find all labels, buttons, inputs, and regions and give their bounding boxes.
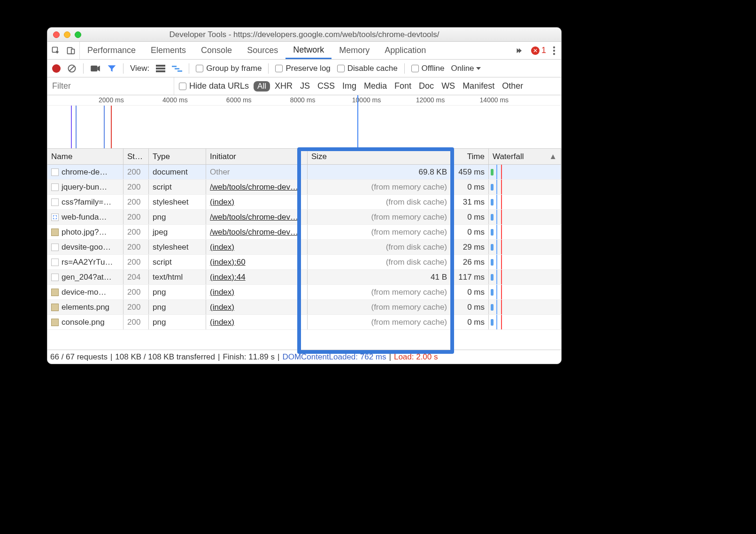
waterfall-view-icon[interactable] bbox=[172, 65, 182, 72]
initiator-link[interactable]: /web/tools/chrome-dev… bbox=[210, 213, 298, 222]
file-icon bbox=[51, 168, 59, 176]
file-icon bbox=[51, 244, 59, 251]
tab-memory[interactable]: Memory bbox=[332, 46, 377, 55]
initiator-link[interactable]: (index) bbox=[210, 303, 234, 312]
filter-type-all[interactable]: All bbox=[254, 81, 270, 92]
more-tabs-icon[interactable] bbox=[516, 46, 525, 55]
svg-point-3 bbox=[553, 46, 555, 48]
tab-application[interactable]: Application bbox=[377, 46, 433, 55]
svg-rect-10 bbox=[156, 70, 165, 72]
initiator-link[interactable]: (index) bbox=[210, 198, 234, 207]
timeline-marker[interactable] bbox=[357, 95, 358, 148]
filter-type-font[interactable]: Font bbox=[394, 81, 411, 91]
clear-icon[interactable] bbox=[67, 64, 77, 73]
col-initiator[interactable]: Initiator bbox=[206, 149, 308, 164]
table-row[interactable]: photo.jpg?…200jpeg/web/tools/chrome-dev…… bbox=[47, 225, 561, 240]
table-row[interactable]: web-funda…200png/web/tools/chrome-dev…(f… bbox=[47, 210, 561, 225]
table-row[interactable]: rs=AA2YrTu…200script(index):60(from disk… bbox=[47, 255, 561, 270]
initiator-link[interactable]: (index) bbox=[210, 288, 234, 297]
offline-checkbox[interactable]: Offline bbox=[411, 64, 445, 73]
window-title: Developer Tools - https://developers.goo… bbox=[47, 30, 561, 39]
filter-input[interactable] bbox=[47, 77, 174, 95]
tab-elements[interactable]: Elements bbox=[143, 46, 193, 55]
tab-console[interactable]: Console bbox=[193, 46, 239, 55]
filter-type-doc[interactable]: Doc bbox=[419, 81, 434, 91]
filter-type-other[interactable]: Other bbox=[502, 81, 523, 91]
close-icon[interactable] bbox=[53, 31, 60, 38]
table-row[interactable]: css?family=…200stylesheet(index)(from di… bbox=[47, 195, 561, 210]
initiator-link[interactable]: (index):44 bbox=[210, 273, 246, 282]
filter-type-js[interactable]: JS bbox=[300, 81, 310, 91]
table-row[interactable]: device-mo…200png(index)(from memory cach… bbox=[47, 285, 561, 300]
timeline-overview[interactable]: 2000 ms4000 ms6000 ms8000 ms10000 ms1200… bbox=[47, 95, 561, 149]
filter-type-media[interactable]: Media bbox=[364, 81, 387, 91]
svg-rect-2 bbox=[71, 49, 75, 53]
file-icon bbox=[51, 274, 59, 281]
svg-point-5 bbox=[553, 53, 555, 54]
devtools-window: Developer Tools - https://developers.goo… bbox=[47, 27, 562, 364]
timeline-tick: 12000 ms bbox=[416, 96, 445, 104]
tab-network[interactable]: Network bbox=[285, 42, 332, 59]
filter-type-xhr[interactable]: XHR bbox=[275, 81, 293, 91]
timeline-tick: 10000 ms bbox=[352, 96, 381, 104]
timeline-tick: 4000 ms bbox=[162, 96, 188, 104]
network-table: Name St… Type Initiator Size Time Waterf… bbox=[47, 149, 561, 330]
svg-rect-12 bbox=[175, 68, 179, 69]
col-status[interactable]: St… bbox=[123, 149, 149, 164]
col-name[interactable]: Name bbox=[47, 149, 123, 164]
minimize-icon[interactable] bbox=[64, 31, 70, 38]
file-icon bbox=[51, 214, 59, 221]
preserve-log-checkbox[interactable]: Preserve log bbox=[275, 64, 330, 73]
hide-data-urls-checkbox[interactable]: Hide data URLs bbox=[179, 81, 249, 91]
filter-type-ws[interactable]: WS bbox=[441, 81, 455, 91]
table-row[interactable]: devsite-goo…200stylesheet(index)(from di… bbox=[47, 240, 561, 255]
status-transferred: 108 KB / 108 KB transferred bbox=[115, 352, 215, 362]
table-row[interactable]: console.png200png(index)(from memory cac… bbox=[47, 315, 561, 330]
table-row[interactable]: elements.png200png(index)(from memory ca… bbox=[47, 300, 561, 315]
table-row[interactable]: jquery-bun…200script/web/tools/chrome-de… bbox=[47, 180, 561, 195]
file-icon bbox=[51, 229, 59, 236]
filter-type-css[interactable]: CSS bbox=[317, 81, 335, 91]
file-icon bbox=[51, 319, 59, 326]
initiator-link[interactable]: (index) bbox=[210, 243, 234, 252]
timeline-tick: 14000 ms bbox=[480, 96, 509, 104]
file-icon bbox=[51, 289, 59, 296]
group-by-frame-checkbox[interactable]: Group by frame bbox=[196, 64, 262, 73]
device-toggle-icon[interactable] bbox=[66, 46, 76, 55]
svg-rect-11 bbox=[172, 66, 177, 67]
record-button[interactable] bbox=[52, 64, 61, 73]
camera-icon[interactable] bbox=[90, 65, 100, 72]
col-size[interactable]: Size bbox=[308, 149, 451, 164]
file-icon bbox=[51, 259, 59, 266]
col-type[interactable]: Type bbox=[149, 149, 206, 164]
status-finish: Finish: 11.89 s bbox=[223, 352, 275, 362]
error-badge[interactable]: ✕1 bbox=[531, 46, 546, 55]
table-row[interactable]: gen_204?at…204text/html(index):4441 B117… bbox=[47, 270, 561, 285]
window-titlebar[interactable]: Developer Tools - https://developers.goo… bbox=[47, 28, 561, 42]
filter-type-img[interactable]: Img bbox=[342, 81, 356, 91]
initiator-link[interactable]: /web/tools/chrome-dev… bbox=[210, 228, 298, 237]
filter-icon[interactable] bbox=[107, 64, 116, 73]
maximize-icon[interactable] bbox=[75, 31, 81, 38]
tab-sources[interactable]: Sources bbox=[239, 46, 285, 55]
window-controls bbox=[53, 31, 81, 38]
inspect-icon[interactable] bbox=[51, 46, 61, 55]
col-time[interactable]: Time bbox=[451, 149, 489, 164]
filter-type-manifest[interactable]: Manifest bbox=[463, 81, 494, 91]
file-icon bbox=[51, 183, 59, 191]
tab-performance[interactable]: Performance bbox=[80, 46, 143, 55]
disable-cache-checkbox[interactable]: Disable cache bbox=[337, 64, 398, 73]
col-waterfall[interactable]: Waterfall▲ bbox=[489, 149, 561, 164]
timeline-tick: 8000 ms bbox=[290, 96, 316, 104]
kebab-menu-icon[interactable] bbox=[553, 46, 555, 55]
file-icon bbox=[51, 198, 59, 206]
status-bar: 66 / 67 requests| 108 KB / 108 KB transf… bbox=[47, 350, 561, 364]
svg-rect-7 bbox=[91, 65, 97, 71]
initiator-link[interactable]: /web/tools/chrome-dev… bbox=[210, 183, 298, 192]
initiator-link[interactable]: (index) bbox=[210, 318, 234, 327]
large-rows-icon[interactable] bbox=[156, 65, 165, 72]
throttling-select[interactable]: Online bbox=[451, 64, 480, 73]
timeline-tick: 2000 ms bbox=[99, 96, 124, 104]
table-row[interactable]: chrome-de…200documentOther69.8 KB459 ms bbox=[47, 165, 561, 180]
initiator-link[interactable]: (index):60 bbox=[210, 258, 246, 267]
